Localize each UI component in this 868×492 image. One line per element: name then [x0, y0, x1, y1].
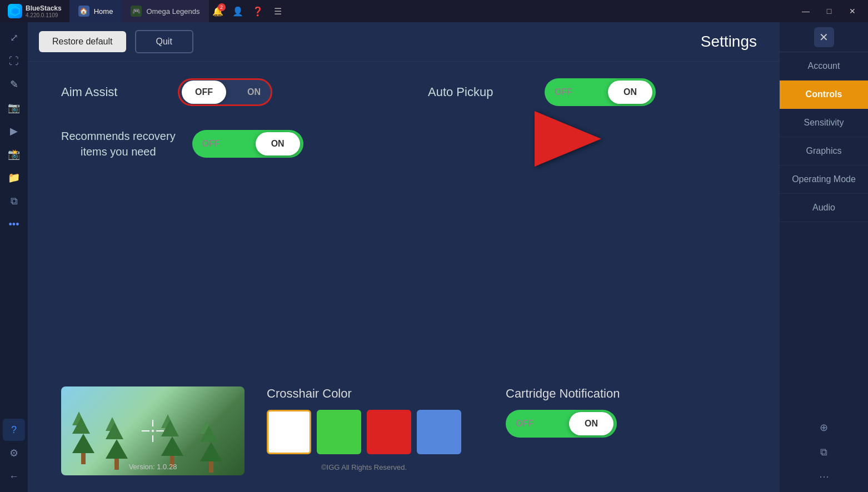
game-tab-label: Omega Legends	[146, 7, 199, 16]
sidebar-nav: Account Controls Sensitivity Graphics Op…	[780, 52, 868, 412]
crosshair-overlay	[61, 386, 245, 475]
right-edge-icons: ⤢ ⛶ ✎ 📷 ▶ 📸 📁 ⧉ ••• ? ⚙ ←	[0, 22, 28, 492]
nav-audio[interactable]: Audio	[780, 194, 868, 222]
version-text: Version: 1.0.28	[129, 463, 177, 471]
bluestacks-logo: BlueStacks 4.220.0.1109	[0, 0, 69, 22]
cartridge-label: Cartridge Notification	[506, 386, 620, 401]
red-arrow-annotation	[535, 111, 601, 167]
window-controls: — □ ✕	[795, 0, 868, 22]
question-icon[interactable]: ?	[3, 419, 25, 441]
aim-assist-toggle[interactable]: ON OFF	[178, 78, 272, 106]
game-tab-icon: 🎮	[131, 6, 142, 17]
notification-badge: 2	[218, 3, 226, 11]
gear-icon[interactable]: ⚙	[3, 442, 25, 464]
sidebar-icon-2[interactable]: ⧉	[813, 441, 835, 463]
color-red[interactable]	[367, 410, 411, 454]
aim-assist-item: Aim Assist ON OFF	[61, 78, 272, 106]
copyright-text: ©IGG All Rights Reserved.	[267, 463, 461, 471]
more-icon[interactable]: •••	[3, 213, 25, 235]
controls-side-icon[interactable]: ✎	[3, 73, 25, 96]
crosshair-preview: Version: 1.0.28	[61, 386, 245, 475]
crosshair-color-label: Crosshair Color	[267, 386, 461, 401]
menu-icon[interactable]: ☰	[269, 2, 287, 20]
screenshot-icon[interactable]: 📷	[3, 97, 25, 119]
cartridge-toggle[interactable]: OFF ON	[506, 410, 617, 438]
toggle-row-2: Recommends recovery items you need OFF O…	[61, 128, 746, 159]
folder-icon[interactable]: 📁	[3, 167, 25, 189]
nav-account[interactable]: Account	[780, 52, 868, 81]
toggle-row-1: Aim Assist ON OFF Auto Pickup OFF ON	[61, 78, 746, 106]
auto-pickup-toggle[interactable]: OFF ON	[545, 78, 656, 106]
color-green[interactable]	[317, 410, 361, 454]
tab-omega-legends[interactable]: 🎮 Omega Legends	[122, 0, 208, 22]
sidebar-close-button[interactable]: ✕	[814, 27, 834, 47]
color-swatches	[267, 410, 461, 454]
app-name: BlueStacks	[26, 4, 62, 12]
fullscreen-icon[interactable]: ⛶	[3, 50, 25, 72]
settings-title: Settings	[701, 33, 757, 51]
auto-pickup-label: Auto Pickup	[428, 85, 528, 99]
aim-assist-label: Aim Assist	[61, 85, 161, 99]
app-version: 4.220.0.1109	[26, 12, 62, 18]
sidebar-icon-3[interactable]: ⋯	[813, 465, 835, 488]
title-bar: BlueStacks 4.220.0.1109 🏠 Home 🎮 Omega L…	[0, 0, 868, 22]
account-icon[interactable]: 👤	[229, 2, 247, 20]
close-button[interactable]: ✕	[841, 0, 864, 22]
quit-button[interactable]: Quit	[135, 30, 193, 53]
bluestacks-icon	[8, 4, 22, 18]
recovery-label: Recommends recovery items you need	[61, 128, 176, 159]
sidebar-icon-1[interactable]: ⊕	[813, 416, 835, 439]
sidebar: ✕ Account Controls Sensitivity Graphics …	[779, 22, 868, 492]
color-blue[interactable]	[417, 410, 461, 454]
auto-pickup-item: Auto Pickup OFF ON	[428, 78, 656, 106]
title-bar-left: BlueStacks 4.220.0.1109 🏠 Home 🎮 Omega L…	[0, 0, 209, 22]
content-area: Restore default Quit Settings Aim Assist…	[28, 22, 779, 492]
cartridge-off-label: OFF	[516, 419, 533, 429]
macro-icon[interactable]: ▶	[3, 120, 25, 142]
recovery-off-label: OFF	[202, 139, 220, 149]
toolbar: Restore default Quit Settings	[28, 22, 779, 62]
recovery-knob: ON	[256, 132, 300, 155]
expand-icon[interactable]: ⤢	[3, 27, 25, 49]
recovery-toggle[interactable]: OFF ON	[192, 130, 303, 158]
bottom-section: Version: 1.0.28 Crosshair Color ©IGG All…	[28, 386, 779, 492]
nav-controls[interactable]: Controls	[780, 81, 868, 109]
color-white[interactable]	[267, 410, 311, 454]
camera-icon[interactable]: 📸	[3, 143, 25, 165]
help-icon[interactable]: ❓	[249, 2, 267, 20]
copy-icon[interactable]: ⧉	[3, 190, 25, 212]
recovery-item: Recommends recovery items you need OFF O…	[61, 128, 303, 159]
crosshair-color-section: Crosshair Color ©IGG All Rights Reserved…	[267, 386, 461, 471]
back-arrow-icon[interactable]: ←	[3, 465, 25, 488]
tab-home[interactable]: 🏠 Home	[69, 0, 122, 22]
svg-marker-1	[12, 8, 18, 14]
cartridge-section: Cartridge Notification OFF ON	[506, 386, 620, 438]
restore-default-button[interactable]: Restore default	[39, 31, 126, 52]
auto-pickup-off-label: OFF	[555, 87, 572, 97]
cartridge-knob: ON	[569, 412, 613, 435]
sidebar-close-area: ✕	[780, 22, 868, 52]
auto-pickup-knob: ON	[608, 81, 652, 104]
aim-assist-knob: OFF	[182, 81, 226, 104]
main-layout: ⤢ ⛶ ✎ 📷 ▶ 📸 📁 ⧉ ••• ? ⚙ ← Restore defaul…	[0, 22, 868, 492]
minimize-button[interactable]: —	[795, 0, 817, 22]
title-bar-icons: 🔔 2 👤 ❓ ☰	[209, 2, 296, 20]
home-tab-icon: 🏠	[78, 6, 89, 17]
scroll-content[interactable]: Aim Assist ON OFF Auto Pickup OFF ON	[28, 62, 779, 386]
notification-icon[interactable]: 🔔 2	[209, 2, 227, 20]
sidebar-icons: ⊕ ⧉ ⋯	[780, 412, 868, 492]
nav-graphics[interactable]: Graphics	[780, 137, 868, 165]
aim-assist-on-label: ON	[247, 87, 261, 97]
maximize-button[interactable]: □	[818, 0, 840, 22]
nav-sensitivity[interactable]: Sensitivity	[780, 109, 868, 137]
home-tab-label: Home	[94, 7, 113, 16]
nav-operating-mode[interactable]: Operating Mode	[780, 165, 868, 194]
